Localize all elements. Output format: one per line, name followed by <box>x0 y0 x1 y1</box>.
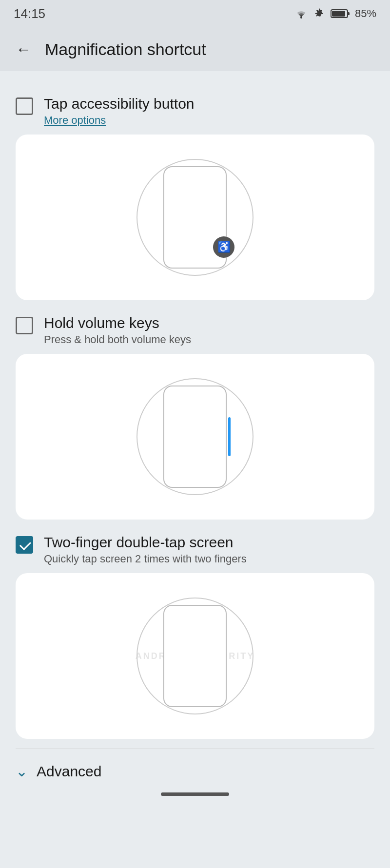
option-two-finger: Two-finger double-tap screen Quickly tap… <box>16 534 374 565</box>
option-label-two-finger: Two-finger double-tap screen <box>44 534 247 551</box>
status-time: 14:15 <box>14 6 45 21</box>
main-content: Tap accessibility button More options Ho… <box>0 71 390 820</box>
checkbox-tap-accessibility[interactable] <box>16 97 33 115</box>
checkbox-two-finger[interactable] <box>16 536 33 554</box>
illustration-hold-volume <box>16 354 374 520</box>
checkbox-hold-volume[interactable] <box>16 317 33 334</box>
bottom-indicator <box>16 788 374 806</box>
option-label-hold-volume: Hold volume keys <box>44 315 191 331</box>
option-tap-accessibility: Tap accessibility button More options <box>16 96 374 127</box>
volume-key-indicator <box>228 417 231 456</box>
phone-body-3 <box>163 605 227 707</box>
phone-body-1 <box>163 166 227 269</box>
back-button[interactable]: ← <box>12 37 35 62</box>
app-bar: ← Magnification shortcut <box>0 27 390 71</box>
page-title: Magnification shortcut <box>45 40 206 59</box>
option-hold-volume: Hold volume keys Press & hold both volum… <box>16 315 374 346</box>
wifi-icon <box>294 8 308 19</box>
status-icons: 85% <box>294 7 376 20</box>
phone-illustration-2 <box>136 368 254 505</box>
option-sublabel-two-finger: Quickly tap screen 2 times with two fing… <box>44 553 247 565</box>
option-label-tap-accessibility: Tap accessibility button <box>44 96 195 112</box>
option-sublabel-hold-volume: Press & hold both volume keys <box>44 333 191 346</box>
illustration-two-finger: ANDROID AUTHORITY <box>16 573 374 739</box>
battery-icon <box>331 8 350 19</box>
airplane-icon <box>313 7 326 20</box>
nav-pill <box>161 792 229 796</box>
phone-body-2 <box>163 386 227 488</box>
advanced-label: Advanced <box>37 763 101 780</box>
svg-rect-2 <box>348 12 350 15</box>
phone-illustration-1 <box>136 149 254 286</box>
status-bar: 14:15 85% <box>0 0 390 27</box>
svg-rect-3 <box>332 11 345 17</box>
svg-point-0 <box>300 17 302 19</box>
illustration-tap-accessibility <box>16 135 374 300</box>
phone-illustration-3 <box>136 588 254 724</box>
battery-percent: 85% <box>355 7 376 20</box>
accessibility-button-icon <box>213 236 234 258</box>
advanced-section[interactable]: ⌄ Advanced <box>16 749 374 788</box>
chevron-down-icon: ⌄ <box>16 763 28 780</box>
more-options-link[interactable]: More options <box>44 114 195 127</box>
